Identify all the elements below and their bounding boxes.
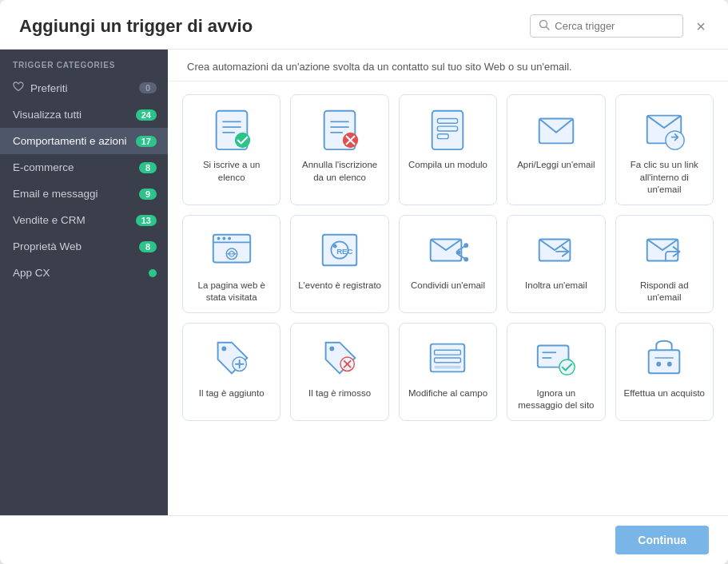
sidebar-section-label: TRIGGER CATEGORIES <box>0 50 168 74</box>
trigger-label-annulla-iscrizione: Annulla l'iscrizione da un elenco <box>297 159 381 184</box>
modal-header: Aggiungi un trigger di avvio × <box>0 0 728 50</box>
trigger-label-tag-aggiunto: Il tag è aggiunto <box>199 387 265 400</box>
svg-point-33 <box>464 243 469 248</box>
svg-point-34 <box>464 256 469 261</box>
sidebar-item-label-proprieta: Proprietà Web <box>13 240 82 252</box>
sidebar-badge-visualizza-tutti: 24 <box>136 109 157 121</box>
trigger-label-condividi-email: Condividi un'email <box>411 280 485 292</box>
trigger-label-evento-registrato: L'evento è registrato <box>298 280 381 292</box>
sidebar-item-label-ecommerce: E-commerce <box>13 161 74 173</box>
trigger-icon-iscrizione <box>209 106 255 153</box>
trigger-label-inoltra-email: Inoltra un'email <box>525 280 587 292</box>
sidebar-badge-preferiti: 0 <box>139 82 157 93</box>
trigger-card-tag-rimosso[interactable]: Il tag è rimosso <box>290 323 388 421</box>
sidebar: TRIGGER CATEGORIES Preferiti0Visualizza … <box>0 50 168 515</box>
sidebar-items-container: Preferiti0Visualizza tutti24Comportament… <box>0 74 168 286</box>
trigger-card-ignora-messaggio[interactable]: Ignora un messaggio del sito <box>507 323 605 421</box>
sidebar-item-label-visualizza-tutti: Visualizza tutti <box>13 109 82 121</box>
search-input[interactable] <box>555 20 674 32</box>
svg-point-35 <box>456 250 461 255</box>
trigger-card-iscrizione[interactable]: Si iscrive a un elenco <box>182 94 280 205</box>
trigger-label-clic-link: Fa clic su un link all'interno di un'ema… <box>623 159 706 197</box>
modal-container: Aggiungi un trigger di avvio × TRIGGER C… <box>0 0 728 564</box>
trigger-card-rispondi-email[interactable]: Rispondi ad un'email <box>615 215 714 313</box>
trigger-icon-tag-aggiunto <box>209 335 255 381</box>
sidebar-item-left-proprieta: Proprietà Web <box>13 240 82 252</box>
trigger-grid-area: Si iscrive a un elenco Annulla l'iscrizi… <box>168 81 728 515</box>
search-box <box>530 14 683 38</box>
trigger-icon-rispondi-email <box>641 227 687 273</box>
sidebar-item-left-ecommerce: E-commerce <box>13 161 74 173</box>
sidebar-item-left-vendite: Vendite e CRM <box>13 214 86 226</box>
header-right: × <box>530 14 709 38</box>
trigger-icon-modifiche-campo <box>424 335 471 381</box>
sidebar-item-ecommerce[interactable]: E-commerce8 <box>0 154 168 181</box>
trigger-card-evento-registrato[interactable]: REC L'evento è registrato <box>290 215 388 313</box>
trigger-card-clic-link[interactable]: Fa clic su un link all'interno di un'ema… <box>615 94 714 205</box>
sidebar-item-proprieta[interactable]: Proprietà Web8 <box>0 233 168 260</box>
close-button[interactable]: × <box>693 18 709 34</box>
svg-point-57 <box>667 361 672 366</box>
trigger-card-acquisto[interactable]: Effettua un acquisto <box>615 323 714 421</box>
sidebar-badge-email: 9 <box>139 189 157 200</box>
trigger-icon-evento-registrato: REC <box>316 227 363 273</box>
sidebar-item-label-email: Email e messaggi <box>13 188 98 200</box>
trigger-card-modifiche-campo[interactable]: Modifiche al campo <box>399 323 497 421</box>
search-icon <box>539 19 550 33</box>
trigger-label-iscrizione: Si iscrive a un elenco <box>189 159 273 184</box>
trigger-icon-inoltra-email <box>533 227 579 273</box>
trigger-card-tag-aggiunto[interactable]: Il tag è aggiunto <box>182 323 280 421</box>
sidebar-badge-vendite: 13 <box>136 215 157 226</box>
sidebar-item-label-comportamenti: Comportamenti e azioni <box>13 135 127 147</box>
svg-point-23 <box>217 236 220 240</box>
trigger-label-acquisto: Effettua un acquisto <box>624 387 705 400</box>
sidebar-item-preferiti[interactable]: Preferiti0 <box>0 74 168 101</box>
svg-point-54 <box>559 359 575 375</box>
trigger-label-modifiche-campo: Modifiche al campo <box>408 387 487 400</box>
sidebar-item-email[interactable]: Email e messaggi9 <box>0 181 168 207</box>
continue-button[interactable]: Continua <box>615 526 709 554</box>
sidebar-badge-ecommerce: 8 <box>139 162 157 173</box>
main-content: Crea automazioni da un'azione svolta da … <box>168 50 728 515</box>
sidebar-item-comportamenti[interactable]: Comportamenti e azioni17 <box>0 128 168 154</box>
sidebar-item-vendite[interactable]: Vendite e CRM13 <box>0 207 168 233</box>
trigger-card-condividi-email[interactable]: Condividi un'email <box>399 215 497 313</box>
svg-point-25 <box>228 236 231 240</box>
trigger-icon-acquisto <box>641 335 687 381</box>
main-description: Crea automazioni da un'azione svolta da … <box>168 50 728 81</box>
modal-footer: Continua <box>0 515 728 564</box>
sidebar-item-left-email: Email e messaggi <box>13 188 98 200</box>
sidebar-item-app-cx[interactable]: App CX <box>0 260 168 286</box>
svg-point-24 <box>222 236 225 240</box>
trigger-icon-annulla-iscrizione <box>316 106 363 153</box>
sidebar-item-label-vendite: Vendite e CRM <box>13 214 86 226</box>
trigger-card-apri-email[interactable]: Apri/Leggi un'email <box>507 94 605 205</box>
trigger-icon-clic-link <box>641 106 687 153</box>
svg-point-43 <box>330 346 335 351</box>
sidebar-item-label-app-cx: App CX <box>13 267 50 279</box>
modal-body: TRIGGER CATEGORIES Preferiti0Visualizza … <box>0 50 728 515</box>
sidebar-badge-app-cx <box>149 269 157 277</box>
trigger-card-annulla-iscrizione[interactable]: Annulla l'iscrizione da un elenco <box>290 94 388 205</box>
trigger-icon-compila-modulo <box>424 106 471 153</box>
trigger-card-inoltra-email[interactable]: Inoltra un'email <box>507 215 605 313</box>
trigger-icon-condividi-email <box>424 227 471 273</box>
trigger-icon-pagina-web <box>209 227 255 273</box>
trigger-label-ignora-messaggio: Ignora un messaggio del sito <box>514 387 598 412</box>
sidebar-badge-comportamenti: 17 <box>136 136 157 147</box>
trigger-icon-tag-rimosso <box>316 335 363 381</box>
trigger-label-compila-modulo: Compila un modulo <box>408 159 487 172</box>
trigger-label-rispondi-email: Rispondi ad un'email <box>623 280 706 304</box>
svg-text:REC: REC <box>336 246 352 255</box>
sidebar-item-left-preferiti: Preferiti <box>13 81 68 94</box>
svg-rect-14 <box>432 111 463 149</box>
sidebar-item-label-preferiti: Preferiti <box>30 82 68 94</box>
trigger-card-pagina-web[interactable]: La pagina web è stata visitata <box>182 215 280 313</box>
svg-rect-50 <box>435 365 461 368</box>
sidebar-item-visualizza-tutti[interactable]: Visualizza tutti24 <box>0 101 168 128</box>
svg-point-39 <box>221 346 226 351</box>
trigger-card-compila-modulo[interactable]: Compila un modulo <box>399 94 497 205</box>
sidebar-item-left-app-cx: App CX <box>13 267 50 279</box>
svg-point-31 <box>333 244 337 248</box>
modal-title: Aggiungi un trigger di avvio <box>19 16 253 37</box>
